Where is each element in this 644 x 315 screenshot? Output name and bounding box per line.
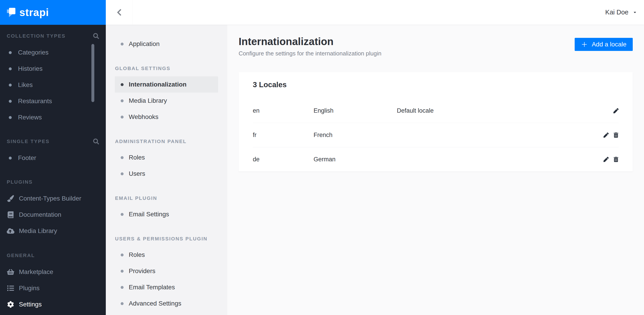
delete-locale-button[interactable]: [614, 157, 618, 162]
strapi-logo-mark: [6, 7, 16, 18]
general-heading: GENERAL: [7, 253, 35, 258]
bullet-icon: [121, 213, 124, 216]
locale-code: fr: [253, 132, 314, 139]
edit-locale-button[interactable]: [604, 133, 609, 138]
sidebar-item-restaurants[interactable]: Restaurants: [7, 93, 99, 109]
bullet-icon: [121, 270, 124, 273]
locale-note: Default locale: [397, 107, 614, 114]
locale-name: German: [314, 156, 397, 163]
locale-row-en: en English Default locale: [253, 99, 618, 123]
locale-code: en: [253, 107, 314, 114]
settings-menu-item-email-templates[interactable]: Email Templates: [106, 279, 227, 295]
page-title: Internationalization: [238, 36, 382, 47]
email-plugin-heading: EMAIL PLUGIN: [106, 196, 227, 201]
pencil-icon: [614, 108, 618, 113]
chevron-left-icon: [116, 9, 122, 16]
users-permissions-heading: USERS & PERMISSIONS PLUGIN: [106, 236, 227, 241]
pencil-icon: [604, 157, 609, 162]
settings-menu-item-advanced-settings[interactable]: Advanced Settings: [106, 295, 227, 311]
settings-menu-item-users[interactable]: Users: [106, 166, 227, 182]
gear-icon: [7, 301, 14, 308]
plus-icon: [581, 41, 588, 48]
section-single-types: SINGLE TYPES Footer: [0, 139, 106, 166]
settings-menu-item-application[interactable]: Application: [106, 36, 227, 52]
settings-menu-item-roles-up[interactable]: Roles: [106, 247, 227, 263]
settings-menu-item-email-settings[interactable]: Email Settings: [106, 206, 227, 222]
locales-heading: 3 Locales: [253, 80, 618, 89]
bullet-icon: [121, 116, 124, 119]
locale-row-fr: fr French: [253, 123, 618, 147]
locale-code: de: [253, 156, 314, 163]
locales-card: 3 Locales en English Default locale fr F…: [238, 72, 633, 171]
page-header: Internationalization Configure the setti…: [238, 36, 633, 57]
section-plugins: PLUGINS Content-Types Builder Documentat…: [0, 180, 106, 239]
settings-menu-item-internationalization[interactable]: Internationalization: [115, 76, 218, 93]
brush-icon: [7, 195, 14, 202]
sidebar-item-likes[interactable]: Likes: [7, 77, 99, 93]
user-menu[interactable]: Kai Doe: [605, 9, 644, 16]
basket-icon: [7, 268, 14, 275]
bullet-icon: [9, 51, 12, 54]
sidebar-scrollbar-thumb[interactable]: [92, 44, 94, 102]
book-icon: [7, 211, 14, 218]
sidebar-item-settings[interactable]: Settings: [7, 296, 99, 312]
bullet-icon: [121, 99, 124, 102]
sidebar-item-documentation[interactable]: Documentation: [7, 207, 99, 223]
group-administration-panel: ADMINISTRATION PANEL Roles Users: [106, 139, 227, 182]
brand-name: strapi: [19, 6, 49, 19]
administration-panel-heading: ADMINISTRATION PANEL: [106, 139, 227, 144]
locales-table: en English Default locale fr French de G…: [253, 99, 618, 171]
bullet-icon: [121, 43, 124, 46]
search-icon[interactable]: [93, 139, 99, 144]
bullet-icon: [9, 84, 12, 87]
bullet-icon: [9, 100, 12, 103]
edit-locale-button[interactable]: [614, 108, 618, 113]
section-general: GENERAL Marketplace Plugins Settings: [0, 253, 106, 312]
delete-locale-button[interactable]: [614, 133, 618, 138]
bullet-icon: [121, 286, 124, 289]
locale-name: French: [314, 132, 397, 139]
strapi-logo[interactable]: strapi: [0, 0, 106, 25]
group-email-plugin: EMAIL PLUGIN Email Settings: [106, 196, 227, 222]
group-global-settings: GLOBAL SETTINGS Internationalization Med…: [106, 66, 227, 125]
bullet-icon: [121, 253, 124, 256]
settings-menu-item-webhooks[interactable]: Webhooks: [106, 109, 227, 125]
sidebar-item-content-types-builder[interactable]: Content-Types Builder: [7, 190, 99, 207]
search-icon[interactable]: [93, 33, 99, 39]
sidebar-item-plugins[interactable]: Plugins: [7, 280, 99, 296]
sidebar-item-histories[interactable]: Histories: [7, 61, 99, 77]
bullet-icon: [121, 83, 124, 86]
main-sidebar: strapi COLLECTION TYPES Categories Histo…: [0, 0, 106, 315]
add-locale-button[interactable]: Add a locale: [575, 38, 633, 51]
sidebar-item-categories[interactable]: Categories: [7, 44, 99, 61]
bullet-icon: [9, 157, 12, 160]
page-subtitle: Configure the settings for the internati…: [238, 50, 382, 57]
cloud-upload-icon: [7, 228, 14, 234]
settings-menu-item-roles-admin[interactable]: Roles: [106, 149, 227, 166]
user-name: Kai Doe: [605, 9, 628, 16]
settings-menu: Application GLOBAL SETTINGS Internationa…: [106, 25, 227, 315]
main-content: Internationalization Configure the setti…: [227, 25, 644, 315]
group-users-permissions-plugin: USERS & PERMISSIONS PLUGIN Roles Provide…: [106, 236, 227, 311]
bullet-icon: [121, 302, 124, 305]
sidebar-item-footer[interactable]: Footer: [7, 150, 99, 166]
settings-menu-item-media-library[interactable]: Media Library: [106, 93, 227, 109]
sidebar-item-marketplace[interactable]: Marketplace: [7, 264, 99, 280]
trash-icon: [614, 133, 618, 138]
pencil-icon: [604, 133, 609, 138]
bullet-icon: [121, 172, 124, 175]
bullet-icon: [9, 116, 12, 119]
bullet-icon: [9, 67, 12, 70]
list-icon: [7, 285, 14, 291]
section-collection-types: COLLECTION TYPES Categories Histories Li…: [0, 34, 106, 126]
caret-down-icon: [633, 10, 637, 14]
back-button[interactable]: [106, 0, 133, 25]
single-types-heading: SINGLE TYPES: [7, 139, 50, 144]
locale-name: English: [314, 107, 397, 114]
sidebar-item-reviews[interactable]: Reviews: [7, 109, 99, 126]
edit-locale-button[interactable]: [604, 157, 609, 162]
sidebar-item-media-library[interactable]: Media Library: [7, 223, 99, 239]
bullet-icon: [121, 156, 124, 159]
settings-menu-item-providers[interactable]: Providers: [106, 263, 227, 279]
trash-icon: [614, 157, 618, 162]
